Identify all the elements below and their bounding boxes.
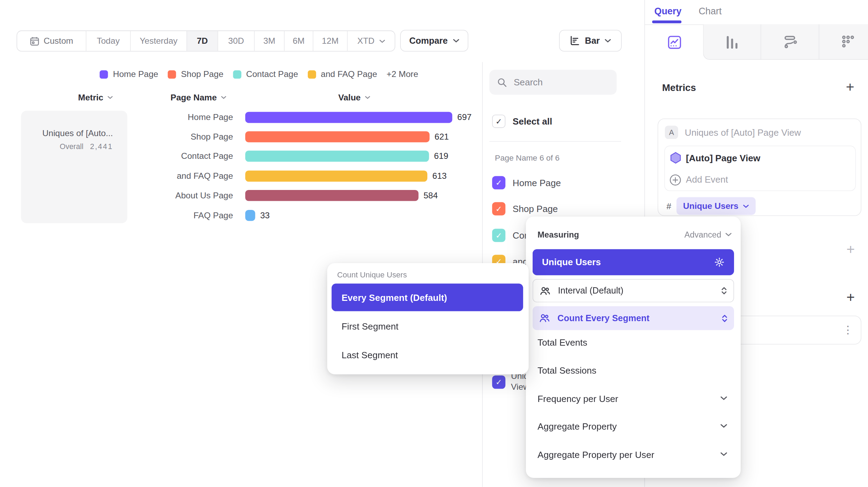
event-card: [Auto] Page View Add Event <box>664 146 856 191</box>
column-header-page-name[interactable]: Page Name <box>171 92 226 102</box>
advanced-toggle[interactable]: Advanced <box>684 230 732 239</box>
chart-type-button[interactable]: Bar <box>559 30 622 51</box>
checkbox[interactable]: ✓ <box>492 202 505 216</box>
menu-item-every-segment[interactable]: Every Segment (Default) <box>332 283 523 311</box>
event-name[interactable]: [Auto] Page View <box>686 153 760 163</box>
menu-item-aggregate-property[interactable]: Aggregate Property <box>538 422 617 432</box>
chevron-down-icon <box>107 96 113 99</box>
insights-report-page: Custom Today Yesterday 7D 30D 3M 6M 12M … <box>0 0 868 487</box>
legend-swatch <box>100 70 108 78</box>
date-range-yesterday[interactable]: Yesterday <box>130 31 186 51</box>
bar-segment[interactable] <box>245 112 452 123</box>
bar-value: 613 <box>432 171 447 181</box>
chevron-down-icon <box>605 39 611 43</box>
flows-report-icon[interactable] <box>783 34 798 49</box>
chevron-down-icon[interactable] <box>720 452 727 457</box>
stepper-icon <box>721 314 728 323</box>
date-range-selector: Custom Today Yesterday 7D 30D 3M 6M 12M … <box>16 30 395 51</box>
measurement-pill[interactable]: Unique Users <box>676 197 755 215</box>
metric-card: A Uniques of [Auto] Page View [Auto] Pag… <box>657 119 861 216</box>
date-range-30d[interactable]: 30D <box>218 31 254 51</box>
metric-summary-cell[interactable]: Uniques of [Auto... Overall2,441 <box>21 111 127 223</box>
legend-swatch <box>307 70 316 78</box>
date-range-custom[interactable]: Custom <box>17 31 86 51</box>
legend-item[interactable]: Home Page <box>100 69 158 79</box>
stepper-icon <box>721 286 727 295</box>
filter-divider <box>489 141 621 142</box>
search-icon <box>497 77 507 87</box>
metric-card-title: Uniques of [Auto] Page View <box>685 127 801 138</box>
bar-segment[interactable] <box>245 171 427 182</box>
date-range-label: Custom <box>44 36 73 46</box>
active-tab-underline <box>652 21 682 23</box>
bar-segment[interactable] <box>245 131 429 142</box>
event-hexagon-icon <box>670 152 681 164</box>
chart-legend: Home Page Shop Page Contact Page and FAQ… <box>100 70 418 78</box>
row-page-label: About Us Page <box>127 191 233 200</box>
row-page-label: FAQ Page <box>127 211 233 220</box>
menu-item-unique-users[interactable]: Unique Users <box>533 249 734 275</box>
metric-title: Uniques of [Auto... <box>27 128 113 138</box>
add-metric-button[interactable]: + <box>846 82 854 93</box>
menu-item-total-sessions[interactable]: Total Sessions <box>538 366 596 376</box>
date-range-7d[interactable]: 7D <box>186 31 218 51</box>
row-page-label: Home Page <box>127 112 233 122</box>
date-range-xtd[interactable]: XTD <box>347 31 394 51</box>
menu-item-total-events[interactable]: Total Events <box>538 337 587 348</box>
legend-item[interactable]: Shop Page <box>168 69 223 79</box>
chevron-down-icon <box>364 96 370 99</box>
overflow-menu-icon[interactable]: ⋮ <box>842 323 853 336</box>
bar-value: 33 <box>260 211 270 220</box>
chevron-down-icon[interactable] <box>720 424 727 428</box>
menu-item-first-segment[interactable]: First Segment <box>342 321 399 332</box>
menu-item-frequency-per-user[interactable]: Frequency per User <box>538 394 618 404</box>
funnels-report-icon[interactable] <box>725 35 740 50</box>
row-page-label: Contact Page <box>127 151 233 161</box>
row-page-label: and FAQ Page <box>127 171 233 181</box>
date-range-6m[interactable]: 6M <box>284 31 313 51</box>
gear-icon[interactable] <box>714 257 725 267</box>
tab-chart[interactable]: Chart <box>699 6 722 17</box>
interval-selector[interactable]: Interval (Default) <box>533 279 734 302</box>
date-range-12m[interactable]: 12M <box>313 31 347 51</box>
add-event-button[interactable]: Add Event <box>686 175 728 185</box>
retention-report-icon[interactable] <box>841 34 855 49</box>
checkbox[interactable]: ✓ <box>492 229 505 242</box>
count-popover-title: Count Unique Users <box>337 270 407 279</box>
bar-segment[interactable] <box>245 210 255 221</box>
add-breakdown-button[interactable]: + <box>846 292 855 303</box>
add-filter-button[interactable]: + <box>846 244 855 255</box>
table-row: and FAQ Page 613 <box>127 170 447 182</box>
checkbox[interactable]: ✓ <box>492 176 505 189</box>
select-all-label: Select all <box>513 116 552 127</box>
measuring-title: Measuring <box>538 230 579 239</box>
menu-item-last-segment[interactable]: Last Segment <box>342 350 398 360</box>
column-header-metric[interactable]: Metric <box>78 92 113 102</box>
column-header-value[interactable]: Value <box>338 92 370 102</box>
select-all-checkbox[interactable]: ✓ <box>492 115 505 128</box>
compare-button[interactable]: Compare <box>400 30 468 51</box>
checkbox[interactable]: ✓ <box>492 375 505 389</box>
search-input[interactable] <box>514 77 602 87</box>
tab-query[interactable]: Query <box>654 6 682 17</box>
metrics-heading: Metrics <box>662 82 696 93</box>
menu-item-aggregate-property-per-user[interactable]: Aggregate Property per User <box>538 450 654 460</box>
insights-report-icon[interactable] <box>667 35 682 50</box>
count-mode-selector[interactable]: Count Every Segment <box>533 306 734 330</box>
table-row: FAQ Page 33 <box>127 209 270 221</box>
bar-value: 697 <box>457 112 471 122</box>
filter-item: ✓Shop Page <box>492 202 558 216</box>
date-range-today[interactable]: Today <box>86 31 130 51</box>
bar-value: 584 <box>424 191 438 200</box>
calendar-icon <box>30 36 39 46</box>
bar-segment[interactable] <box>245 151 429 162</box>
bar-segment[interactable] <box>245 190 418 201</box>
legend-item[interactable]: and FAQ Page <box>307 69 377 79</box>
bar-value: 619 <box>434 151 448 161</box>
search-box <box>489 70 617 94</box>
legend-more[interactable]: +2 More <box>386 69 418 79</box>
icon-tab-separator <box>819 24 819 60</box>
date-range-3m[interactable]: 3M <box>254 31 284 51</box>
legend-item[interactable]: Contact Page <box>233 69 298 79</box>
chevron-down-icon[interactable] <box>720 396 727 401</box>
